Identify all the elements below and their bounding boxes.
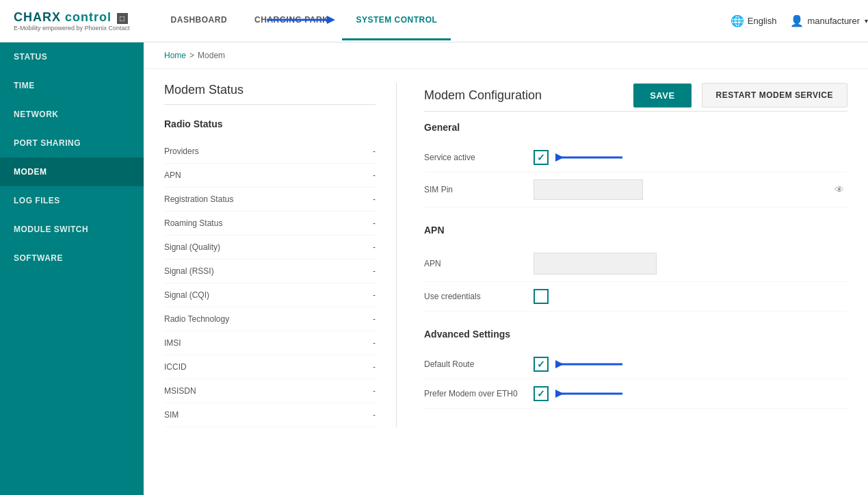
status-row-providers: Providers - bbox=[164, 140, 376, 164]
signal-rssi-value: - bbox=[373, 266, 376, 276]
general-section: General Service active bbox=[424, 122, 847, 207]
sidebar-item-modem[interactable]: MODEM bbox=[0, 157, 144, 186]
tab-dashboard[interactable]: DASHBOARD bbox=[157, 1, 241, 40]
apn-row: APN bbox=[424, 246, 847, 282]
sidebar-item-log-files[interactable]: LOG FILES bbox=[0, 186, 144, 215]
sim-pin-row: SIM Pin 👁 bbox=[424, 173, 847, 207]
svg-marker-7 bbox=[555, 360, 564, 368]
prefer-modem-checkbox[interactable] bbox=[534, 386, 549, 401]
status-row-sim: SIM - bbox=[164, 403, 376, 427]
radio-status-heading: Radio Status bbox=[164, 118, 376, 129]
providers-label: Providers bbox=[164, 147, 199, 156]
roaming-label: Roaming Status bbox=[164, 218, 222, 228]
registration-label: Registration Status bbox=[164, 194, 233, 204]
providers-value: - bbox=[373, 147, 376, 156]
sim-pin-input[interactable] bbox=[534, 179, 643, 200]
svg-marker-9 bbox=[555, 390, 564, 398]
apn-input[interactable] bbox=[534, 253, 657, 275]
breadcrumb-current: Modem bbox=[198, 51, 225, 60]
default-route-arrow bbox=[555, 359, 631, 370]
nav-arrow bbox=[267, 14, 335, 25]
apn-status-label: APN bbox=[164, 170, 181, 180]
use-credentials-label: Use credentials bbox=[424, 292, 534, 301]
service-active-label: Service active bbox=[424, 153, 534, 162]
signal-cqi-label: Signal (CQI) bbox=[164, 290, 209, 300]
general-section-title: General bbox=[424, 122, 847, 133]
use-credentials-value bbox=[534, 289, 847, 304]
status-row-msisdn: MSISDN - bbox=[164, 379, 376, 403]
service-active-arrow bbox=[555, 152, 631, 163]
iccid-value: - bbox=[373, 362, 376, 372]
sidebar: STATUS TIME NETWORK PORT SHARING MODEM L… bbox=[0, 42, 144, 495]
breadcrumb-home[interactable]: Home bbox=[164, 51, 186, 60]
msisdn-value: - bbox=[373, 386, 376, 396]
advanced-section: Advanced Settings Default Route bbox=[424, 329, 847, 409]
sidebar-item-module-switch[interactable]: MODULE SWITCH bbox=[0, 215, 144, 244]
sim-pin-label: SIM Pin bbox=[424, 185, 534, 194]
header: CHARX control □ E-Mobility empowered by … bbox=[0, 0, 868, 42]
sidebar-item-time[interactable]: TIME bbox=[0, 71, 144, 100]
status-row-signal-rssi: Signal (RSSI) - bbox=[164, 259, 376, 283]
signal-rssi-label: Signal (RSSI) bbox=[164, 266, 214, 276]
prefer-modem-row: Prefer Modem over ETH0 bbox=[424, 379, 847, 409]
apn-input-container bbox=[534, 253, 847, 275]
sidebar-item-status[interactable]: STATUS bbox=[0, 42, 144, 71]
sim-value: - bbox=[373, 410, 376, 420]
restart-modem-button[interactable]: RESTART MODEM SERVICE bbox=[702, 83, 847, 107]
default-route-value bbox=[534, 357, 847, 372]
globe-icon: 🌐 bbox=[731, 14, 744, 28]
tab-system-control[interactable]: SYSTEM CONTROL bbox=[342, 1, 451, 40]
default-route-label: Default Route bbox=[424, 359, 534, 369]
user-icon: 👤 bbox=[790, 14, 804, 28]
status-row-signal-quality: Signal (Quality) - bbox=[164, 236, 376, 259]
status-row-roaming: Roaming Status - bbox=[164, 212, 376, 236]
prefer-modem-value bbox=[534, 386, 847, 401]
save-button[interactable]: SAVE bbox=[633, 84, 691, 107]
nav-tabs: DASHBOARD CHARGING PARK SYSTEM CONTROL bbox=[157, 1, 731, 40]
prefer-modem-label: Prefer Modem over ETH0 bbox=[424, 389, 534, 398]
main-layout: STATUS TIME NETWORK PORT SHARING MODEM L… bbox=[0, 42, 868, 495]
sidebar-item-port-sharing[interactable]: PORT SHARING bbox=[0, 129, 144, 157]
header-right: 🌐 English 👤 manufacturer ▾ bbox=[731, 14, 868, 28]
default-route-checkbox[interactable] bbox=[534, 357, 549, 372]
svg-marker-1 bbox=[327, 16, 335, 24]
status-row-imsi: IMSI - bbox=[164, 331, 376, 355]
apn-label: APN bbox=[424, 259, 534, 268]
use-credentials-checkbox[interactable] bbox=[534, 289, 549, 304]
imsi-label: IMSI bbox=[164, 338, 181, 348]
status-row-registration: Registration Status - bbox=[164, 188, 376, 212]
modem-status-title: Modem Status bbox=[164, 83, 376, 105]
user-menu[interactable]: 👤 manufacturer ▾ bbox=[790, 14, 868, 28]
breadcrumb: Home > Modem bbox=[144, 42, 868, 69]
sim-label: SIM bbox=[164, 410, 179, 420]
advanced-section-title: Advanced Settings bbox=[424, 329, 847, 340]
logo-title: CHARX control □ bbox=[14, 10, 130, 25]
sidebar-item-software[interactable]: SOFTWARE bbox=[0, 244, 144, 272]
language-selector[interactable]: 🌐 English bbox=[731, 14, 777, 28]
service-active-row: Service active bbox=[424, 143, 847, 173]
iccid-label: ICCID bbox=[164, 362, 187, 372]
logo-subtitle: E-Mobility empowered by Phoenix Contact bbox=[14, 25, 130, 31]
service-active-value bbox=[534, 150, 847, 165]
apn-status-value: - bbox=[373, 170, 376, 180]
status-row-signal-cqi: Signal (CQI) - bbox=[164, 283, 376, 307]
registration-value: - bbox=[373, 194, 376, 204]
signal-quality-value: - bbox=[373, 242, 376, 252]
status-row-apn: APN - bbox=[164, 164, 376, 188]
sidebar-item-network[interactable]: NETWORK bbox=[0, 100, 144, 129]
modem-status-panel: Modem Status Radio Status Providers - AP… bbox=[164, 83, 397, 427]
msisdn-label: MSISDN bbox=[164, 386, 196, 396]
use-credentials-row: Use credentials bbox=[424, 282, 847, 312]
logo-area: CHARX control □ E-Mobility empowered by … bbox=[14, 10, 130, 31]
signal-quality-label: Signal (Quality) bbox=[164, 242, 220, 252]
signal-cqi-value: - bbox=[373, 290, 376, 300]
apn-section: APN APN Use credentials bbox=[424, 225, 847, 312]
radio-tech-label: Radio Technology bbox=[164, 314, 229, 324]
eye-icon[interactable]: 👁 bbox=[834, 184, 844, 195]
radio-tech-value: - bbox=[373, 314, 376, 324]
status-row-radio-tech: Radio Technology - bbox=[164, 307, 376, 331]
modem-config-title: Modem Configuration bbox=[424, 88, 542, 103]
service-active-checkbox[interactable] bbox=[534, 150, 549, 165]
caret-icon: ▾ bbox=[865, 17, 868, 25]
roaming-value: - bbox=[373, 218, 376, 228]
